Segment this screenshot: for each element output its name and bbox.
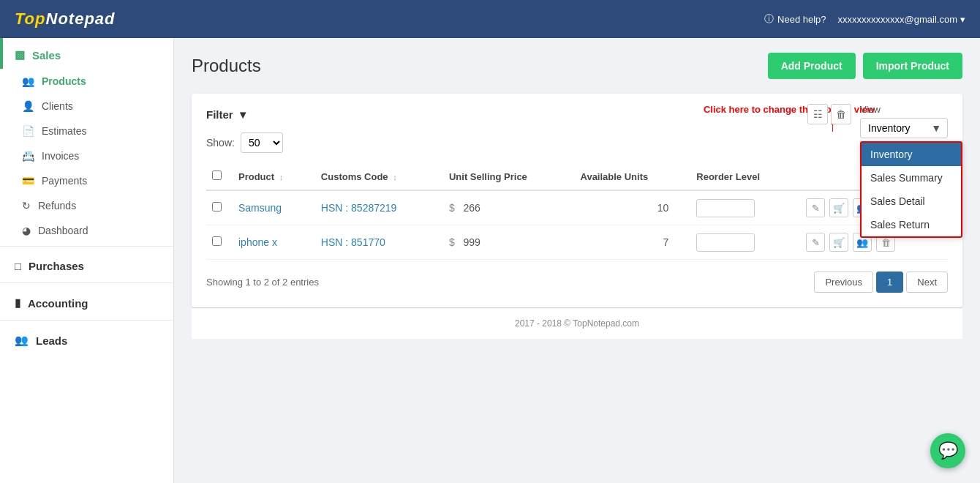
- sidebar: ▩ Sales 👥 Products 👤 Clients 📄 Estimates…: [0, 38, 174, 483]
- invoices-icon: 📇: [22, 150, 34, 162]
- col-product[interactable]: Product ↕: [233, 163, 315, 190]
- row-0-units: 10: [575, 190, 691, 225]
- sidebar-divider-3: [0, 320, 173, 321]
- row-1-units: 7: [575, 225, 691, 260]
- help-label: Need help?: [777, 14, 826, 25]
- sidebar-estimates-label: Estimates: [42, 125, 86, 137]
- previous-page-button[interactable]: Previous: [814, 272, 873, 293]
- row-1-checkbox[interactable]: [212, 236, 222, 246]
- col-unit-price: Unit Selling Price: [443, 163, 575, 190]
- refunds-icon: ↻: [22, 200, 31, 211]
- page-1-button[interactable]: 1: [876, 272, 903, 293]
- accounting-label: Accounting: [28, 297, 88, 310]
- dashboard-icon: ◕: [22, 225, 31, 236]
- sidebar-payments-label: Payments: [42, 175, 87, 187]
- products-card: Click here to change the product view ↑ …: [192, 94, 962, 307]
- clients-icon: 👤: [22, 100, 34, 112]
- products-icon: 👥: [22, 75, 34, 87]
- select-all-checkbox[interactable]: [212, 171, 222, 180]
- user-menu[interactable]: xxxxxxxxxxxxxx@gmail.com ▾: [838, 14, 965, 25]
- view-dropdown-trigger[interactable]: Inventory ▼: [860, 118, 948, 138]
- view-current-value: Inventory: [868, 122, 911, 134]
- row-1-edit-icon[interactable]: ✎: [806, 233, 825, 252]
- show-label: Show:: [206, 137, 235, 149]
- estimates-icon: 📄: [22, 125, 34, 137]
- sidebar-item-dashboard[interactable]: ◕ Dashboard: [0, 218, 173, 243]
- products-table: Product ↕ Customs Code ↕ Unit Selling Pr…: [206, 163, 948, 260]
- table-row: iphone x HSN : 851770 $ 999 7 ✎ 🛒 👥 🗑: [206, 225, 948, 260]
- filter-icon[interactable]: ▼: [238, 108, 249, 121]
- app-logo[interactable]: TopNotepad: [15, 10, 116, 29]
- import-product-button[interactable]: Import Product: [863, 53, 962, 79]
- logo-top: Top: [15, 10, 46, 28]
- view-option-inventory[interactable]: Inventory: [862, 143, 961, 166]
- purchases-icon: □: [15, 260, 21, 272]
- sidebar-section-accounting[interactable]: ▮ Accounting: [0, 286, 173, 317]
- purchases-label: Purchases: [29, 260, 84, 272]
- row-1-cart-icon[interactable]: 🛒: [829, 233, 848, 252]
- row-1-product[interactable]: iphone x: [233, 225, 315, 260]
- row-0-cart-icon[interactable]: 🛒: [829, 198, 848, 217]
- sidebar-invoices-label: Invoices: [42, 150, 79, 162]
- view-option-sales-detail[interactable]: Sales Detail: [862, 190, 961, 213]
- customs-sort-icon: ↕: [393, 173, 397, 181]
- view-select-container: Inventory ▼ Inventory Sales Summary Sale…: [860, 118, 948, 138]
- view-label: View: [860, 104, 881, 115]
- sidebar-section-leads[interactable]: 👥 Leads: [0, 323, 173, 354]
- row-0-product[interactable]: Samsung: [233, 190, 315, 225]
- leads-icon: 👥: [15, 334, 29, 347]
- sidebar-item-clients[interactable]: 👤 Clients: [0, 94, 173, 119]
- sidebar-item-payments[interactable]: 💳 Payments: [0, 168, 173, 193]
- delete-view-icon[interactable]: 🗑: [831, 104, 851, 124]
- col-customs-code[interactable]: Customs Code ↕: [315, 163, 443, 190]
- main-content: Products Add Product Import Product Clic…: [174, 38, 980, 483]
- chat-bubble[interactable]: 💬: [930, 433, 965, 468]
- view-option-sales-summary[interactable]: Sales Summary: [862, 166, 961, 190]
- product-sort-icon: ↕: [279, 173, 284, 181]
- row-1-price: $ 999: [443, 225, 575, 260]
- view-dropdown-arrow: ▼: [931, 122, 941, 134]
- page-header: Products Add Product Import Product: [192, 53, 962, 79]
- table-row: Samsung HSN : 85287219 $ 266 10 ✎ 🛒 👥 🗑: [206, 190, 948, 225]
- sidebar-item-products[interactable]: 👥 Products: [0, 69, 173, 94]
- col-available-units: Available Units: [575, 163, 691, 190]
- next-page-button[interactable]: Next: [906, 272, 948, 293]
- pagination-row: Showing 1 to 2 of 2 entries Previous 1 N…: [206, 272, 948, 293]
- row-0-checkbox[interactable]: [212, 202, 222, 211]
- footer: 2017 - 2018 © TopNotepad.com: [192, 307, 962, 339]
- sales-label: Sales: [32, 49, 61, 61]
- row-0-reorder-input[interactable]: [696, 199, 755, 217]
- show-select[interactable]: 50 10 25 100: [241, 132, 283, 153]
- sidebar-divider-1: [0, 246, 173, 247]
- logo-bottom: Notepad: [46, 10, 116, 28]
- sidebar-clients-label: Clients: [42, 100, 73, 112]
- sidebar-section-sales[interactable]: ▩ Sales: [0, 38, 173, 69]
- sidebar-divider-2: [0, 282, 173, 283]
- row-checkbox-0: [206, 190, 233, 225]
- sidebar-item-refunds[interactable]: ↻ Refunds: [0, 193, 173, 218]
- add-product-button[interactable]: Add Product: [768, 53, 856, 79]
- row-1-reorder-input[interactable]: [696, 233, 755, 252]
- grid-view-icon[interactable]: ☷: [807, 104, 828, 124]
- user-email: xxxxxxxxxxxxxx@gmail.com: [838, 14, 957, 25]
- sidebar-item-estimates[interactable]: 📄 Estimates: [0, 119, 173, 143]
- row-0-edit-icon[interactable]: ✎: [806, 198, 825, 217]
- pagination-controls: Previous 1 Next: [814, 272, 948, 293]
- user-dropdown-arrow: ▾: [960, 14, 965, 25]
- chat-icon: 💬: [938, 441, 958, 460]
- help-link[interactable]: ⓘ Need help?: [764, 12, 826, 26]
- row-1-reorder: [690, 225, 800, 260]
- col-checkbox: [206, 163, 233, 190]
- payments-icon: 💳: [22, 175, 34, 187]
- sidebar-dashboard-label: Dashboard: [38, 225, 88, 236]
- sidebar-refunds-label: Refunds: [38, 200, 76, 211]
- sidebar-item-invoices[interactable]: 📇 Invoices: [0, 143, 173, 168]
- sidebar-section-purchases[interactable]: □ Purchases: [0, 250, 173, 280]
- accounting-icon: ▮: [15, 296, 20, 310]
- topnav: TopNotepad ⓘ Need help? xxxxxxxxxxxxxx@g…: [0, 0, 980, 38]
- page-actions: Add Product Import Product: [768, 53, 962, 79]
- pagination-summary: Showing 1 to 2 of 2 entries: [206, 277, 319, 288]
- view-icon-buttons: ☷ 🗑: [807, 104, 851, 124]
- view-option-sales-return[interactable]: Sales Return: [862, 213, 961, 236]
- view-dropdown-menu: Inventory Sales Summary Sales Detail Sal…: [860, 141, 962, 238]
